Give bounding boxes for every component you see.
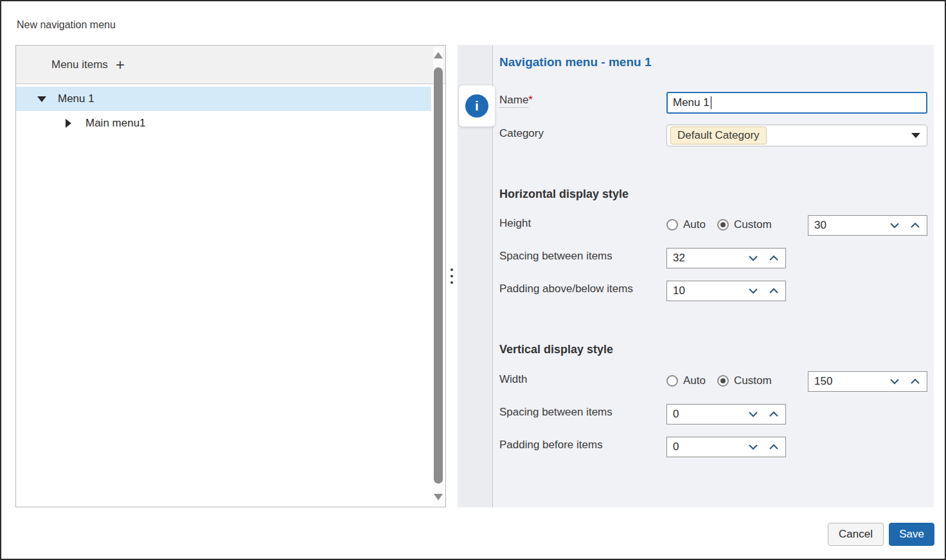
dropdown-arrow-icon[interactable] [911, 133, 920, 138]
spinner-down-icon[interactable] [748, 444, 758, 450]
spinner-up-icon[interactable] [769, 288, 779, 294]
h-spacing-label: Spacing between items [499, 250, 612, 263]
tree-item-main-menu1[interactable]: Main menu1 [16, 111, 431, 136]
splitter-dot [451, 281, 453, 284]
spinner-down-icon[interactable] [748, 255, 758, 261]
scrollbar-thumb[interactable] [434, 67, 443, 484]
category-label: Category [499, 127, 544, 140]
horizontal-display-heading: Horizontal display style [499, 188, 629, 201]
category-tag[interactable]: Default Category [670, 127, 767, 144]
cancel-button[interactable]: Cancel [828, 523, 884, 546]
width-custom-label[interactable]: Custom [734, 374, 772, 387]
width-radio-group: Auto Custom [666, 374, 783, 387]
height-value: 30 [814, 219, 826, 232]
h-padding-value: 10 [673, 284, 685, 297]
name-label: Name* [499, 94, 533, 107]
info-icon: i [465, 94, 488, 118]
spinner-up-icon[interactable] [769, 255, 779, 261]
save-button[interactable]: Save [889, 523, 934, 546]
caret-right-icon[interactable] [66, 119, 71, 128]
height-radio-group: Auto Custom [666, 218, 783, 231]
scroll-up-icon[interactable] [434, 52, 443, 58]
vertical-display-heading: Vertical display style [499, 343, 613, 356]
tree-item-label: Main menu1 [85, 117, 146, 130]
panel-splitter[interactable] [447, 45, 456, 507]
tree-item-label: Menu 1 [58, 92, 94, 105]
spinner-up-icon[interactable] [910, 222, 920, 229]
dialog-title: New navigation menu [17, 19, 116, 31]
v-padding-spinner[interactable]: 0 [666, 437, 786, 457]
panel-title: Navigation menu - menu 1 [499, 55, 651, 69]
h-spacing-spinner[interactable]: 32 [666, 248, 786, 268]
spinner-down-icon[interactable] [889, 222, 900, 229]
v-spacing-label: Spacing between items [499, 406, 612, 419]
spinner-up-icon[interactable] [769, 411, 779, 417]
required-marker: * [528, 94, 533, 106]
width-value-spinner[interactable]: 150 [808, 371, 927, 392]
name-input-value: Menu 1 [673, 96, 710, 109]
width-auto-radio[interactable] [666, 375, 678, 387]
add-menu-item-icon[interactable]: + [116, 58, 125, 71]
new-navigation-menu-dialog: New navigation menu Menu items + Menu 1 … [0, 0, 946, 560]
h-padding-label: Padding above/below items [499, 283, 633, 295]
height-custom-radio[interactable] [717, 219, 729, 231]
v-padding-label: Padding before items [499, 439, 603, 451]
scroll-down-icon[interactable] [434, 494, 443, 500]
width-custom-radio[interactable] [717, 375, 729, 387]
height-label: Height [499, 217, 531, 230]
width-auto-label[interactable]: Auto [683, 374, 706, 387]
h-padding-spinner[interactable]: 10 [666, 281, 786, 301]
tree-item-menu-1[interactable]: Menu 1 [16, 87, 431, 111]
v-spacing-value: 0 [673, 408, 679, 421]
v-padding-value: 0 [673, 441, 679, 453]
v-spacing-spinner[interactable]: 0 [666, 404, 786, 424]
height-custom-label[interactable]: Custom [734, 218, 772, 231]
width-value: 150 [814, 375, 832, 388]
name-input[interactable]: Menu 1 [666, 92, 927, 114]
navigation-menu-properties-panel: i Navigation menu - menu 1 Name* Menu 1 … [458, 45, 934, 507]
text-cursor [711, 96, 711, 109]
width-label: Width [499, 373, 527, 386]
splitter-dot [451, 275, 453, 277]
spinner-down-icon[interactable] [889, 378, 900, 385]
spinner-down-icon[interactable] [748, 411, 758, 417]
h-spacing-value: 32 [673, 252, 685, 265]
height-auto-label[interactable]: Auto [683, 218, 706, 231]
spinner-up-icon[interactable] [910, 378, 920, 385]
menu-items-header: Menu items + [16, 46, 445, 84]
spinner-down-icon[interactable] [748, 288, 758, 294]
splitter-dot [451, 268, 453, 271]
spinner-up-icon[interactable] [769, 444, 779, 450]
menu-items-heading: Menu items [51, 58, 108, 71]
tab-info[interactable]: i [459, 85, 495, 127]
height-auto-radio[interactable] [666, 219, 678, 231]
height-value-spinner[interactable]: 30 [808, 215, 927, 236]
caret-down-icon[interactable] [37, 96, 46, 102]
menu-items-panel: Menu items + Menu 1 Main menu1 [15, 45, 446, 507]
tree-scrollbar[interactable] [433, 47, 443, 505]
category-dropdown[interactable]: Default Category [666, 125, 927, 146]
